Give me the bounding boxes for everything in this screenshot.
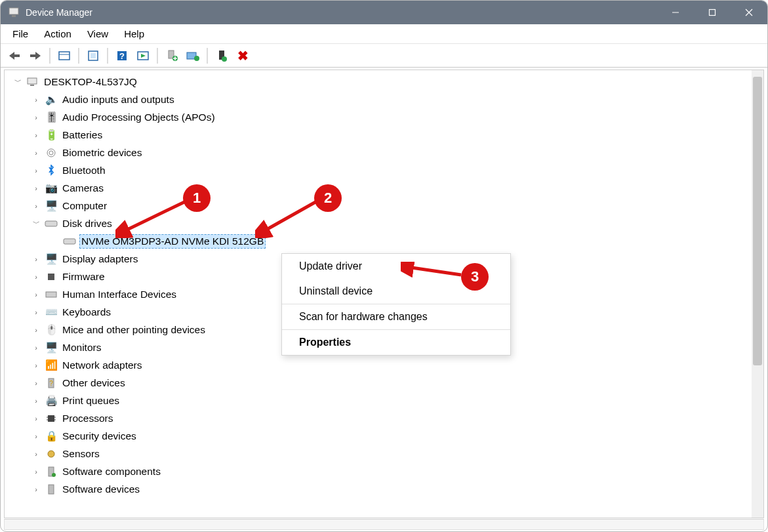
menubar: File Action View Help	[1, 24, 767, 44]
bluetooth-icon	[44, 164, 58, 177]
monitor-icon: 🖥️	[44, 199, 58, 213]
svg-rect-21	[30, 85, 34, 86]
hid-icon	[44, 288, 58, 301]
tree-item-network-adapters[interactable]: ›📶Network adapters	[5, 356, 752, 374]
callout-3: 3	[461, 263, 489, 291]
svg-point-35	[48, 451, 54, 457]
uninstall-device-button[interactable]	[183, 47, 203, 65]
update-driver-button[interactable]	[162, 47, 182, 65]
chevron-right-icon: ›	[31, 379, 41, 387]
chevron-right-icon: ›	[31, 450, 41, 458]
speaker-icon: 🔈	[44, 93, 58, 106]
svg-rect-0	[9, 8, 18, 14]
menu-file[interactable]: File	[5, 26, 36, 42]
window-controls	[657, 1, 767, 24]
menu-action[interactable]: Action	[36, 26, 79, 42]
tree-item-biometric[interactable]: ›Biometric devices	[5, 144, 752, 161]
close-button[interactable]	[731, 1, 767, 24]
printer-icon: 🖨️	[44, 394, 58, 407]
tree-item-processors[interactable]: ›Processors	[5, 409, 752, 427]
tree-item-sensors[interactable]: ›Sensors	[5, 445, 752, 462]
properties-button[interactable]	[83, 47, 103, 65]
disk-icon	[62, 235, 77, 248]
gpu-icon: 🖥️	[44, 253, 58, 266]
svg-point-22	[47, 149, 55, 157]
tree-root[interactable]: ﹀ DESKTOP-4L537JQ	[5, 73, 752, 91]
enable-device-button[interactable]	[212, 47, 232, 65]
chevron-right-icon: ›	[31, 131, 41, 139]
window-title: Device Manager	[26, 7, 92, 18]
tree-root-label: DESKTOP-4L537JQ	[43, 75, 138, 89]
svg-rect-30	[48, 415, 54, 422]
svg-rect-20	[28, 78, 37, 84]
help-button[interactable]: ?	[112, 47, 132, 65]
disable-device-button[interactable]: ✖	[233, 47, 253, 65]
chevron-right-icon: ›	[31, 432, 41, 440]
chevron-right-icon: ›	[31, 326, 41, 334]
vertical-scrollbar[interactable]	[752, 70, 763, 518]
svg-line-40	[263, 202, 315, 232]
minimize-button[interactable]	[657, 1, 694, 24]
tree-item-bluetooth[interactable]: ›Bluetooth	[5, 161, 752, 179]
tree-item-software-devices[interactable]: ›Software devices	[5, 480, 752, 498]
toolbar-separator	[207, 48, 208, 64]
menu-help[interactable]: Help	[116, 26, 152, 42]
device-icon	[44, 483, 58, 496]
chevron-right-icon: ›	[31, 184, 41, 192]
toolbar-separator	[78, 48, 79, 64]
tree-item-audio-io[interactable]: ›🔈Audio inputs and outputs	[5, 91, 752, 108]
unknown-icon: ?	[44, 377, 58, 390]
cpu-icon	[44, 412, 58, 425]
svg-line-39	[123, 202, 184, 232]
security-icon: 🔒	[44, 430, 58, 443]
tree-item-cameras[interactable]: ›📷Cameras	[5, 179, 752, 197]
maximize-button[interactable]	[694, 1, 731, 24]
disk-icon	[44, 217, 58, 230]
tree-item-security-devices[interactable]: ›🔒Security devices	[5, 427, 752, 445]
tree-item-print-queues[interactable]: ›🖨️Print queues	[5, 392, 752, 409]
chevron-right-icon: ›	[31, 113, 41, 121]
chevron-right-icon: ›	[31, 255, 41, 263]
svg-rect-6	[59, 52, 70, 60]
fingerprint-icon	[44, 146, 58, 159]
toolbar-separator	[107, 48, 108, 64]
svg-text:?: ?	[49, 380, 53, 387]
back-button[interactable]	[5, 47, 24, 65]
network-icon: 📶	[44, 359, 58, 372]
svg-rect-24	[45, 221, 57, 226]
svg-point-23	[49, 151, 53, 155]
chevron-down-icon: ﹀	[12, 77, 23, 87]
keyboard-icon: ⌨️	[44, 306, 58, 319]
monitor-icon: 🖥️	[44, 341, 58, 354]
titlebar: Device Manager	[1, 1, 767, 24]
chevron-right-icon: ›	[31, 344, 41, 352]
tree-item-batteries[interactable]: ›🔋Batteries	[5, 126, 752, 144]
menu-view[interactable]: View	[79, 26, 116, 42]
computer-icon	[26, 75, 40, 89]
scrollbar-thumb[interactable]	[753, 77, 762, 365]
ctx-properties[interactable]: Properties	[282, 330, 510, 355]
toolbar-separator	[157, 48, 158, 64]
toolbar-separator	[49, 48, 51, 64]
svg-rect-9	[91, 53, 96, 58]
tree-item-apo[interactable]: ›🎚️Audio Processing Objects (APOs)	[5, 108, 752, 126]
app-icon	[7, 6, 20, 19]
show-hidden-button[interactable]	[54, 47, 74, 65]
arrow-3	[401, 262, 466, 281]
ctx-scan-hardware[interactable]: Scan for hardware changes	[282, 304, 510, 329]
chevron-right-icon: ›	[31, 308, 41, 316]
svg-rect-27	[46, 292, 56, 297]
tree-item-software-components[interactable]: ›Software components	[5, 462, 752, 480]
chevron-right-icon: ›	[31, 361, 41, 369]
forward-button[interactable]	[26, 47, 45, 65]
svg-rect-1	[12, 15, 16, 17]
status-bar	[4, 519, 764, 530]
svg-line-41	[407, 267, 461, 275]
mouse-icon: 🖱️	[44, 323, 58, 337]
chevron-right-icon: ›	[31, 468, 41, 476]
svg-rect-26	[48, 274, 54, 280]
tree-item-other-devices[interactable]: ›?Other devices	[5, 374, 752, 392]
arrow-2	[255, 199, 321, 238]
callout-2: 2	[314, 184, 342, 212]
scan-hardware-button[interactable]	[133, 47, 153, 65]
